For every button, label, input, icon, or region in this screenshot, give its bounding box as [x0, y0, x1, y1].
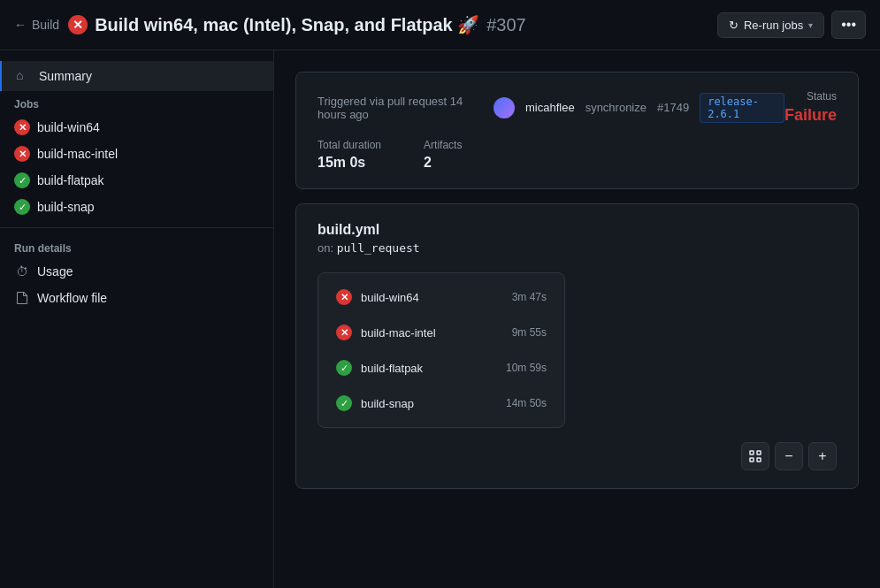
fail-icon: ✕ [14, 119, 30, 135]
run-status-icon: ✕ [68, 15, 88, 34]
svg-rect-3 [757, 458, 761, 462]
title-area: ✕ Build win64, mac (Intel), Snap, and Fl… [68, 14, 526, 35]
re-run-button[interactable]: ↻ Re-run jobs ▾ [717, 12, 824, 38]
zoom-out-button[interactable]: − [775, 442, 803, 470]
zoom-in-button[interactable]: + [808, 442, 837, 470]
main-content: Triggered via pull request 14 hours ago … [274, 50, 880, 588]
fit-view-button[interactable] [741, 442, 769, 470]
commit-action: synchronize [585, 101, 647, 114]
graph-job-left: build-flatpak [336, 360, 423, 376]
top-bar: ← Build ✕ Build win64, mac (Intel), Snap… [0, 0, 880, 50]
branch-badge[interactable]: release-2.6.1 [700, 93, 784, 123]
sidebar-item-build-flatpak[interactable]: build-flatpak [0, 167, 273, 194]
triggered-row: Triggered via pull request 14 hours ago … [318, 90, 837, 125]
graph-job-name-snap: build-snap [361, 397, 414, 410]
graph-job-name-mac: build-mac-intel [361, 326, 436, 340]
workflow-card: build.yml on: pull_request ✕ build-win64… [295, 203, 859, 489]
job-name-snap: build-snap [37, 200, 95, 214]
sidebar-item-build-win64[interactable]: ✕ build-win64 [0, 114, 273, 141]
graph-job-mac-intel[interactable]: ✕ build-mac-intel 9m 55s [325, 316, 557, 349]
run-details-label: Run details [0, 235, 273, 258]
usage-label: Usage [37, 264, 73, 279]
re-run-label: Re-run jobs [744, 19, 803, 32]
trigger-prefix: on: [318, 241, 333, 255]
more-options-button[interactable]: ••• [831, 11, 866, 39]
back-link[interactable]: ← Build [14, 18, 59, 32]
user-name: micahflee [525, 101, 575, 114]
graph-job-time-snap: 14m 50s [506, 397, 547, 409]
sidebar: ⌂ Summary Jobs ✕ build-win64 ✕ build-mac… [0, 50, 274, 588]
workflow-controls: − + [318, 442, 837, 470]
status-value: Failure [784, 106, 837, 125]
jobs-section-label: Jobs [0, 91, 273, 114]
run-number: #307 [486, 15, 526, 35]
summary-label: Summary [39, 69, 92, 83]
graph-job-win64[interactable]: ✕ build-win64 3m 47s [325, 280, 557, 314]
success-icon-snap [336, 395, 352, 411]
sidebar-item-summary[interactable]: ⌂ Summary [0, 61, 273, 91]
back-arrow-icon: ← [14, 18, 27, 32]
top-bar-left: ← Build ✕ Build win64, mac (Intel), Snap… [14, 14, 526, 35]
status-section: Status Failure [784, 90, 837, 125]
trigger-text: Triggered via pull request 14 hours ago [318, 95, 483, 121]
artifacts-stat: Artifacts 2 [424, 139, 462, 171]
sidebar-item-usage[interactable]: ⏱ Usage [0, 258, 273, 285]
svg-rect-1 [757, 451, 761, 454]
graph-job-left: ✕ build-mac-intel [336, 325, 436, 340]
fail-icon-win64: ✕ [336, 289, 352, 305]
status-label: Status [784, 90, 837, 103]
graph-job-name-win64: build-win64 [361, 291, 419, 304]
main-layout: ⌂ Summary Jobs ✕ build-win64 ✕ build-mac… [0, 50, 880, 588]
summary-home-icon: ⌂ [16, 68, 32, 84]
total-duration-stat: Total duration 15m 0s [318, 139, 381, 171]
graph-job-name-flatpak: build-flatpak [361, 362, 423, 375]
success-icon [14, 199, 30, 215]
workflow-file-label: Workflow file [37, 291, 107, 305]
refresh-icon: ↻ [729, 19, 738, 32]
graph-job-snap[interactable]: build-snap 14m 50s [325, 386, 557, 420]
job-name-flatpak: build-flatpak [37, 173, 104, 187]
clock-icon: ⏱ [14, 263, 30, 279]
info-card: Triggered via pull request 14 hours ago … [295, 72, 859, 189]
svg-rect-0 [750, 451, 754, 454]
commit-number: #1749 [657, 101, 689, 114]
stats-row: Total duration 15m 0s Artifacts 2 [318, 139, 837, 171]
back-label: Build [32, 18, 59, 32]
sidebar-item-build-mac-intel[interactable]: ✕ build-mac-intel [0, 141, 273, 167]
graph-job-time-mac: 9m 55s [512, 326, 547, 339]
job-name-mac-intel: build-mac-intel [37, 147, 118, 161]
sidebar-item-build-snap[interactable]: build-snap [0, 194, 273, 220]
total-duration-value: 15m 0s [318, 155, 381, 171]
job-name-win64: build-win64 [37, 120, 100, 134]
svg-rect-2 [750, 458, 754, 462]
total-duration-label: Total duration [318, 139, 381, 151]
fail-icon: ✕ [14, 146, 30, 162]
sidebar-item-workflow-file[interactable]: Workflow file [0, 285, 273, 311]
file-icon [14, 290, 30, 306]
artifacts-value: 2 [424, 155, 462, 171]
workflow-trigger: on: pull_request [318, 241, 837, 255]
fail-icon-mac: ✕ [336, 325, 352, 340]
page-title: Build win64, mac (Intel), Snap, and Flat… [95, 14, 479, 35]
success-icon-flatpak [336, 360, 352, 376]
graph-job-flatpak[interactable]: build-flatpak 10m 59s [325, 351, 557, 385]
avatar [494, 97, 515, 118]
graph-job-left: ✕ build-win64 [336, 289, 419, 305]
chevron-down-icon: ▾ [808, 20, 813, 30]
top-bar-right: ↻ Re-run jobs ▾ ••• [717, 11, 866, 39]
graph-job-time-flatpak: 10m 59s [506, 362, 547, 374]
success-icon [14, 172, 30, 188]
trigger-value: pull_request [337, 241, 420, 255]
graph-job-left: build-snap [336, 395, 414, 411]
artifacts-label: Artifacts [424, 139, 462, 151]
jobs-graph: ✕ build-win64 3m 47s ✕ build-mac-intel 9… [318, 272, 565, 428]
sidebar-divider [0, 227, 273, 228]
triggered-left: Triggered via pull request 14 hours ago … [318, 93, 784, 123]
graph-job-time-win64: 3m 47s [512, 291, 547, 303]
workflow-filename: build.yml [318, 222, 837, 238]
